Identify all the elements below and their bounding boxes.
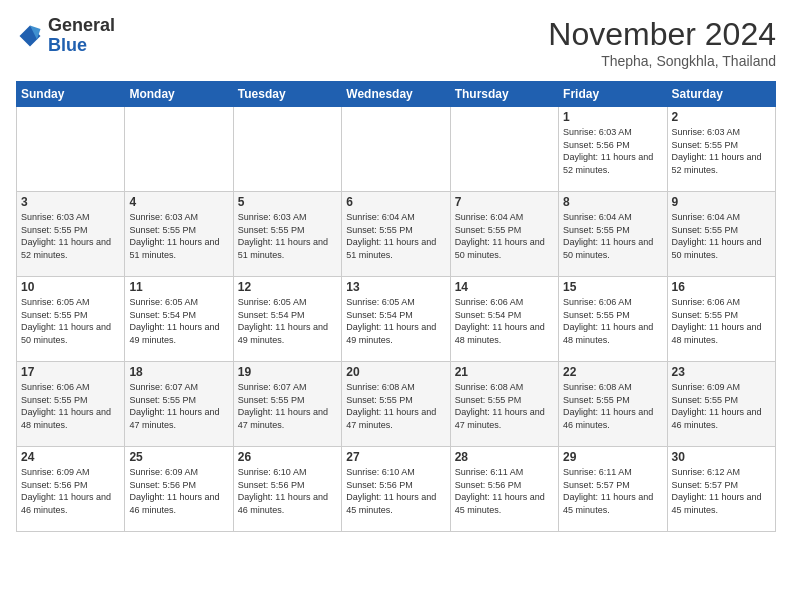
- calendar-cell: 25Sunrise: 6:09 AMSunset: 5:56 PMDayligh…: [125, 447, 233, 532]
- logo-icon: [16, 22, 44, 50]
- calendar-cell: 20Sunrise: 6:08 AMSunset: 5:55 PMDayligh…: [342, 362, 450, 447]
- day-info: Sunrise: 6:05 AMSunset: 5:54 PMDaylight:…: [238, 296, 337, 346]
- calendar-cell: [233, 107, 341, 192]
- day-info: Sunrise: 6:07 AMSunset: 5:55 PMDaylight:…: [238, 381, 337, 431]
- weekday-header: Tuesday: [233, 82, 341, 107]
- day-info: Sunrise: 6:04 AMSunset: 5:55 PMDaylight:…: [672, 211, 771, 261]
- day-info: Sunrise: 6:05 AMSunset: 5:54 PMDaylight:…: [346, 296, 445, 346]
- day-info: Sunrise: 6:10 AMSunset: 5:56 PMDaylight:…: [346, 466, 445, 516]
- day-info: Sunrise: 6:04 AMSunset: 5:55 PMDaylight:…: [346, 211, 445, 261]
- day-number: 24: [21, 450, 120, 464]
- calendar-week: 3Sunrise: 6:03 AMSunset: 5:55 PMDaylight…: [17, 192, 776, 277]
- day-info: Sunrise: 6:06 AMSunset: 5:55 PMDaylight:…: [563, 296, 662, 346]
- day-info: Sunrise: 6:07 AMSunset: 5:55 PMDaylight:…: [129, 381, 228, 431]
- calendar-cell: 10Sunrise: 6:05 AMSunset: 5:55 PMDayligh…: [17, 277, 125, 362]
- logo-general: General: [48, 15, 115, 35]
- day-number: 11: [129, 280, 228, 294]
- day-number: 5: [238, 195, 337, 209]
- day-info: Sunrise: 6:03 AMSunset: 5:55 PMDaylight:…: [129, 211, 228, 261]
- day-info: Sunrise: 6:06 AMSunset: 5:55 PMDaylight:…: [672, 296, 771, 346]
- calendar-cell: 5Sunrise: 6:03 AMSunset: 5:55 PMDaylight…: [233, 192, 341, 277]
- weekday-header: Wednesday: [342, 82, 450, 107]
- day-number: 15: [563, 280, 662, 294]
- calendar-cell: 12Sunrise: 6:05 AMSunset: 5:54 PMDayligh…: [233, 277, 341, 362]
- calendar-cell: 19Sunrise: 6:07 AMSunset: 5:55 PMDayligh…: [233, 362, 341, 447]
- calendar-cell: 30Sunrise: 6:12 AMSunset: 5:57 PMDayligh…: [667, 447, 775, 532]
- calendar-cell: 9Sunrise: 6:04 AMSunset: 5:55 PMDaylight…: [667, 192, 775, 277]
- day-number: 26: [238, 450, 337, 464]
- calendar-body: 1Sunrise: 6:03 AMSunset: 5:56 PMDaylight…: [17, 107, 776, 532]
- calendar-cell: 13Sunrise: 6:05 AMSunset: 5:54 PMDayligh…: [342, 277, 450, 362]
- day-number: 14: [455, 280, 554, 294]
- calendar-cell: [125, 107, 233, 192]
- day-number: 28: [455, 450, 554, 464]
- day-info: Sunrise: 6:08 AMSunset: 5:55 PMDaylight:…: [346, 381, 445, 431]
- day-number: 27: [346, 450, 445, 464]
- calendar-cell: 18Sunrise: 6:07 AMSunset: 5:55 PMDayligh…: [125, 362, 233, 447]
- day-info: Sunrise: 6:06 AMSunset: 5:54 PMDaylight:…: [455, 296, 554, 346]
- day-info: Sunrise: 6:05 AMSunset: 5:54 PMDaylight:…: [129, 296, 228, 346]
- calendar-cell: [450, 107, 558, 192]
- day-number: 3: [21, 195, 120, 209]
- day-number: 20: [346, 365, 445, 379]
- calendar-week: 1Sunrise: 6:03 AMSunset: 5:56 PMDaylight…: [17, 107, 776, 192]
- day-number: 7: [455, 195, 554, 209]
- calendar-cell: 27Sunrise: 6:10 AMSunset: 5:56 PMDayligh…: [342, 447, 450, 532]
- day-info: Sunrise: 6:03 AMSunset: 5:55 PMDaylight:…: [672, 126, 771, 176]
- day-number: 12: [238, 280, 337, 294]
- day-number: 9: [672, 195, 771, 209]
- calendar-cell: 28Sunrise: 6:11 AMSunset: 5:56 PMDayligh…: [450, 447, 558, 532]
- calendar-cell: 16Sunrise: 6:06 AMSunset: 5:55 PMDayligh…: [667, 277, 775, 362]
- day-info: Sunrise: 6:08 AMSunset: 5:55 PMDaylight:…: [563, 381, 662, 431]
- day-number: 13: [346, 280, 445, 294]
- day-info: Sunrise: 6:03 AMSunset: 5:55 PMDaylight:…: [21, 211, 120, 261]
- day-info: Sunrise: 6:09 AMSunset: 5:56 PMDaylight:…: [21, 466, 120, 516]
- page-header: General Blue November 2024 Thepha, Songk…: [16, 16, 776, 69]
- calendar-week: 24Sunrise: 6:09 AMSunset: 5:56 PMDayligh…: [17, 447, 776, 532]
- day-number: 22: [563, 365, 662, 379]
- calendar-cell: 15Sunrise: 6:06 AMSunset: 5:55 PMDayligh…: [559, 277, 667, 362]
- weekday-header: Saturday: [667, 82, 775, 107]
- day-number: 19: [238, 365, 337, 379]
- weekday-header: Friday: [559, 82, 667, 107]
- calendar-cell: 2Sunrise: 6:03 AMSunset: 5:55 PMDaylight…: [667, 107, 775, 192]
- title-block: November 2024 Thepha, Songkhla, Thailand: [548, 16, 776, 69]
- calendar-cell: 4Sunrise: 6:03 AMSunset: 5:55 PMDaylight…: [125, 192, 233, 277]
- day-number: 4: [129, 195, 228, 209]
- day-info: Sunrise: 6:08 AMSunset: 5:55 PMDaylight:…: [455, 381, 554, 431]
- calendar-week: 17Sunrise: 6:06 AMSunset: 5:55 PMDayligh…: [17, 362, 776, 447]
- calendar-cell: 7Sunrise: 6:04 AMSunset: 5:55 PMDaylight…: [450, 192, 558, 277]
- weekday-header: Sunday: [17, 82, 125, 107]
- day-info: Sunrise: 6:04 AMSunset: 5:55 PMDaylight:…: [563, 211, 662, 261]
- logo-blue: Blue: [48, 35, 87, 55]
- day-info: Sunrise: 6:10 AMSunset: 5:56 PMDaylight:…: [238, 466, 337, 516]
- calendar-cell: 29Sunrise: 6:11 AMSunset: 5:57 PMDayligh…: [559, 447, 667, 532]
- calendar-cell: 14Sunrise: 6:06 AMSunset: 5:54 PMDayligh…: [450, 277, 558, 362]
- calendar-cell: 22Sunrise: 6:08 AMSunset: 5:55 PMDayligh…: [559, 362, 667, 447]
- day-info: Sunrise: 6:11 AMSunset: 5:56 PMDaylight:…: [455, 466, 554, 516]
- calendar-cell: 23Sunrise: 6:09 AMSunset: 5:55 PMDayligh…: [667, 362, 775, 447]
- calendar-cell: 6Sunrise: 6:04 AMSunset: 5:55 PMDaylight…: [342, 192, 450, 277]
- calendar-table: SundayMondayTuesdayWednesdayThursdayFrid…: [16, 81, 776, 532]
- calendar-cell: 1Sunrise: 6:03 AMSunset: 5:56 PMDaylight…: [559, 107, 667, 192]
- weekday-header: Monday: [125, 82, 233, 107]
- day-info: Sunrise: 6:11 AMSunset: 5:57 PMDaylight:…: [563, 466, 662, 516]
- calendar-cell: 3Sunrise: 6:03 AMSunset: 5:55 PMDaylight…: [17, 192, 125, 277]
- calendar-week: 10Sunrise: 6:05 AMSunset: 5:55 PMDayligh…: [17, 277, 776, 362]
- day-number: 25: [129, 450, 228, 464]
- calendar-cell: 21Sunrise: 6:08 AMSunset: 5:55 PMDayligh…: [450, 362, 558, 447]
- day-info: Sunrise: 6:09 AMSunset: 5:56 PMDaylight:…: [129, 466, 228, 516]
- day-number: 29: [563, 450, 662, 464]
- calendar-cell: 8Sunrise: 6:04 AMSunset: 5:55 PMDaylight…: [559, 192, 667, 277]
- calendar-cell: [17, 107, 125, 192]
- logo: General Blue: [16, 16, 115, 56]
- day-info: Sunrise: 6:06 AMSunset: 5:55 PMDaylight:…: [21, 381, 120, 431]
- day-number: 17: [21, 365, 120, 379]
- day-number: 21: [455, 365, 554, 379]
- day-info: Sunrise: 6:04 AMSunset: 5:55 PMDaylight:…: [455, 211, 554, 261]
- day-number: 18: [129, 365, 228, 379]
- day-number: 16: [672, 280, 771, 294]
- day-number: 23: [672, 365, 771, 379]
- calendar-header: SundayMondayTuesdayWednesdayThursdayFrid…: [17, 82, 776, 107]
- calendar-cell: 26Sunrise: 6:10 AMSunset: 5:56 PMDayligh…: [233, 447, 341, 532]
